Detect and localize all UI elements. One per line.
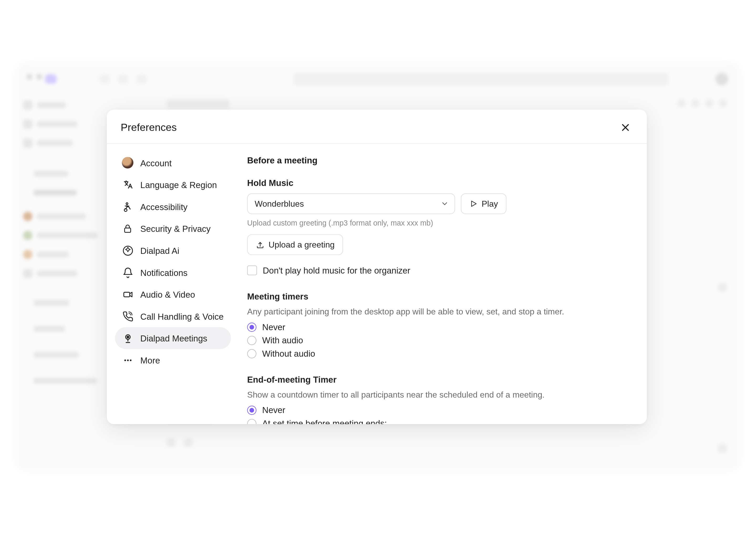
- meeting-timers-radio-without-audio[interactable]: [247, 349, 257, 358]
- svg-rect-4: [124, 292, 130, 296]
- upload-hint: Upload custom greeting (.mp3 format only…: [247, 219, 631, 227]
- dont-play-organizer-label: Don't play hold music for the organizer: [263, 266, 410, 275]
- preferences-sidebar: Account Language & Region Accessibility: [107, 144, 231, 424]
- sidebar-item-notifications[interactable]: Notifications: [115, 262, 231, 284]
- svg-marker-10: [471, 201, 476, 207]
- play-button-label: Play: [482, 199, 498, 208]
- upload-button-label: Upload a greeting: [268, 240, 335, 249]
- svg-point-1: [124, 209, 127, 211]
- modal-header: Preferences: [107, 110, 647, 144]
- sidebar-item-label: More: [140, 355, 160, 365]
- sidebar-item-dialpad-ai[interactable]: Dialpad Ai: [115, 239, 231, 262]
- end-timer-radio-at-set-time[interactable]: [247, 419, 257, 424]
- sidebar-item-dialpad-meetings[interactable]: Dialpad Meetings: [115, 327, 231, 349]
- hold-music-selected-value: Wonderblues: [255, 199, 304, 208]
- close-button[interactable]: [618, 120, 633, 135]
- end-timer-label: End-of-meeting Timer: [247, 375, 631, 384]
- accessibility-icon: [122, 201, 133, 212]
- svg-point-7: [124, 359, 126, 361]
- meeting-timers-label: Meeting timers: [247, 291, 631, 301]
- meeting-timers-section: Meeting timers Any participant joining f…: [247, 291, 631, 358]
- sidebar-item-label: Audio & Video: [140, 289, 195, 299]
- dont-play-organizer-checkbox[interactable]: [247, 266, 257, 275]
- sidebar-item-language-region[interactable]: Language & Region: [115, 174, 231, 196]
- meeting-timers-desc: Any participant joining from the desktop…: [247, 307, 631, 316]
- svg-point-9: [130, 359, 131, 361]
- chevron-down-icon: [441, 200, 449, 208]
- sidebar-item-audio-video[interactable]: Audio & Video: [115, 283, 231, 305]
- play-icon: [469, 200, 478, 208]
- sidebar-item-label: Accessibility: [140, 202, 188, 211]
- meeting-timers-radio-with-audio[interactable]: [247, 335, 257, 345]
- preferences-modal: Preferences Account Language & Region: [107, 110, 647, 424]
- section-title: Before a meeting: [247, 155, 631, 165]
- upload-greeting-button[interactable]: Upload a greeting: [247, 234, 343, 255]
- ai-icon: [122, 245, 133, 256]
- svg-rect-2: [125, 228, 131, 233]
- radio-label: Without audio: [262, 349, 315, 358]
- upload-icon: [256, 240, 265, 249]
- sidebar-item-security-privacy[interactable]: Security & Privacy: [115, 217, 231, 239]
- hold-music-select[interactable]: Wonderblues: [247, 193, 455, 214]
- end-timer-desc: Show a countdown timer to all participan…: [247, 390, 631, 399]
- phone-icon: [122, 311, 133, 322]
- bell-icon: [122, 267, 133, 278]
- avatar-icon: [122, 157, 133, 168]
- sidebar-item-label: Dialpad Ai: [140, 245, 180, 255]
- lock-icon: [122, 223, 133, 234]
- radio-label: With audio: [262, 335, 303, 345]
- language-icon: [122, 179, 133, 190]
- more-icon: [122, 354, 133, 366]
- meeting-timers-radio-never[interactable]: [247, 322, 257, 331]
- radio-label: Never: [262, 405, 285, 415]
- sidebar-item-label: Call Handling & Voice: [140, 311, 224, 321]
- sidebar-item-call-handling-voice[interactable]: Call Handling & Voice: [115, 305, 231, 327]
- meetings-icon: [122, 332, 133, 344]
- hold-music-label: Hold Music: [247, 178, 631, 187]
- sidebar-item-label: Account: [140, 158, 172, 168]
- radio-label: At set time before meeting ends:: [262, 418, 387, 424]
- sidebar-item-label: Security & Privacy: [140, 224, 211, 234]
- sidebar-item-accessibility[interactable]: Accessibility: [115, 196, 231, 218]
- modal-title: Preferences: [121, 122, 177, 133]
- end-timer-radio-never[interactable]: [247, 406, 257, 415]
- close-icon: [621, 123, 630, 132]
- radio-label: Never: [262, 322, 285, 332]
- sidebar-item-account[interactable]: Account: [115, 152, 231, 174]
- camera-icon: [122, 289, 133, 300]
- svg-point-8: [127, 359, 128, 361]
- play-button[interactable]: Play: [461, 193, 507, 214]
- sidebar-item-more[interactable]: More: [115, 349, 231, 371]
- end-of-meeting-timer-section: End-of-meeting Timer Show a countdown ti…: [247, 375, 631, 424]
- sidebar-item-label: Dialpad Meetings: [140, 333, 207, 343]
- svg-point-6: [127, 336, 129, 338]
- hold-music-section: Hold Music Wonderblues Play Upload custo…: [247, 178, 631, 275]
- preferences-content: Before a meeting Hold Music Wonderblues …: [231, 144, 647, 424]
- sidebar-item-label: Notifications: [140, 268, 188, 277]
- sidebar-item-label: Language & Region: [140, 180, 217, 189]
